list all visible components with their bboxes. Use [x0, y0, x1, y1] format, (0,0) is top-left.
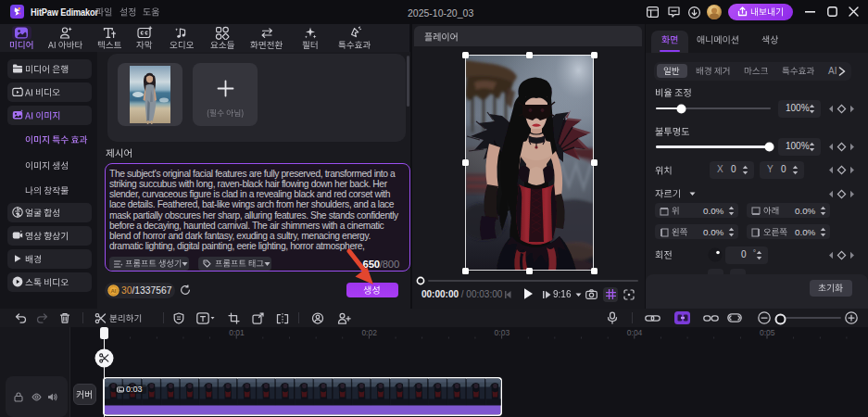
svg-text:AI: AI [111, 288, 117, 294]
